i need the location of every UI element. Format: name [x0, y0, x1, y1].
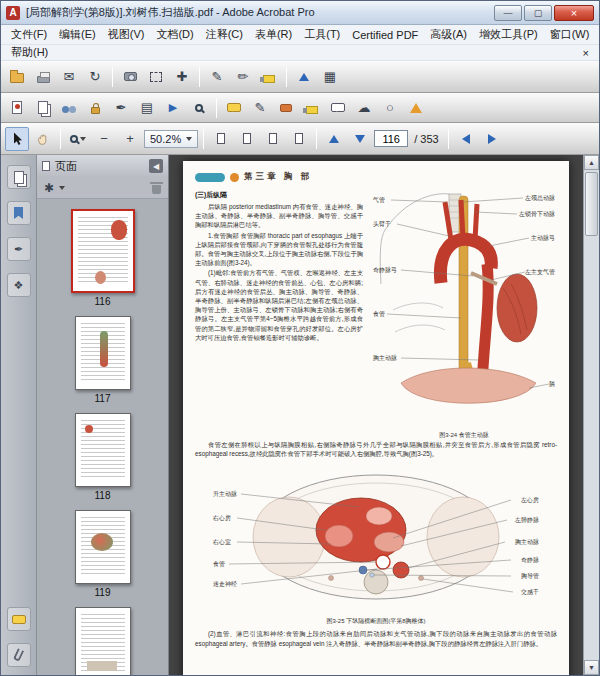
bookmarks-panel-button[interactable]: [7, 201, 31, 225]
menu-window[interactable]: 窗口(W): [544, 26, 596, 43]
thumbnail-item-120[interactable]: 120: [75, 607, 131, 675]
pan-button[interactable]: ✚: [170, 65, 194, 89]
export-button[interactable]: ↻: [83, 65, 107, 89]
cloud-markup-button[interactable]: ☁: [352, 96, 376, 120]
page-thumbnail[interactable]: [75, 607, 131, 675]
menu-comments[interactable]: 注释(C): [200, 26, 249, 43]
continuous-page-icon: [243, 133, 251, 144]
trash-icon[interactable]: [152, 185, 161, 194]
page-thumbnail[interactable]: [75, 413, 131, 487]
sign-button[interactable]: ✒: [109, 96, 133, 120]
signatures-panel-button[interactable]: ✒: [7, 237, 31, 261]
marquee-select-button[interactable]: [144, 65, 168, 89]
comments-panel-button[interactable]: [7, 607, 31, 631]
collapse-panel-button[interactable]: ◀: [149, 159, 163, 173]
secure-button[interactable]: [83, 96, 107, 120]
close-button[interactable]: ×: [554, 5, 594, 21]
arrow-up-button[interactable]: [292, 65, 316, 89]
menu-file[interactable]: 文件(F): [5, 26, 53, 43]
next-view-button[interactable]: [480, 127, 504, 151]
combine-files-icon: [38, 101, 48, 114]
select-tool-button[interactable]: [5, 127, 29, 151]
highlighter-tool-button[interactable]: [257, 65, 281, 89]
zoom-out-button[interactable]: −: [92, 127, 116, 151]
menu-plugins[interactable]: 增效工具(P): [473, 26, 544, 43]
warning-button[interactable]: [404, 96, 428, 120]
single-page-view-button[interactable]: [209, 127, 233, 151]
previous-page-button[interactable]: [322, 127, 346, 151]
thumbnail-item-118[interactable]: 118: [75, 413, 131, 510]
multimedia-button[interactable]: ▶: [161, 96, 185, 120]
shapes-button[interactable]: ○: [378, 96, 402, 120]
grid-view-button[interactable]: ▦: [318, 65, 342, 89]
previous-view-button[interactable]: [454, 127, 478, 151]
reading-mode-button[interactable]: [287, 127, 311, 151]
create-pdf-button[interactable]: [5, 96, 29, 120]
snapshot-button[interactable]: [118, 65, 142, 89]
maximize-button[interactable]: ▢: [524, 5, 552, 21]
thumbnail-list[interactable]: 116 117 118: [37, 199, 168, 675]
title-bar[interactable]: A [局部解剖学(第8版)].刘树伟.扫描版.pdf - Adobe Acrob…: [1, 1, 599, 25]
cursor-icon: [12, 132, 22, 145]
callout-button[interactable]: [326, 96, 350, 120]
continuous-view-button[interactable]: [235, 127, 259, 151]
zoom-marquee-button[interactable]: [66, 127, 90, 151]
pen-tool-button[interactable]: ✎: [205, 65, 229, 89]
vertical-scrollbar[interactable]: ▲ ▼: [583, 155, 599, 675]
zoom-in-button[interactable]: +: [118, 127, 142, 151]
options-gear-icon[interactable]: ✱: [44, 182, 54, 194]
menu-forms[interactable]: 表单(R): [249, 26, 298, 43]
stamp-button[interactable]: [274, 96, 298, 120]
next-page-button[interactable]: [348, 127, 372, 151]
minimize-button[interactable]: —: [494, 5, 522, 21]
warning-triangle-icon: [410, 103, 422, 113]
document-view[interactable]: 第三章 胸 部 (三)后纵隔 后纵隔 posterior mediastinum…: [169, 155, 583, 675]
combine-button[interactable]: [31, 96, 55, 120]
page-number-input[interactable]: [374, 130, 408, 147]
two-up-view-button[interactable]: [261, 127, 285, 151]
lock-icon: [91, 107, 100, 114]
multimedia-icon: ▶: [169, 102, 177, 113]
menu-help[interactable]: 帮助(H): [5, 44, 54, 61]
highlight-text-button[interactable]: [300, 96, 324, 120]
page-thumbnail[interactable]: [75, 316, 131, 390]
print-button[interactable]: [31, 65, 55, 89]
search-button[interactable]: [187, 96, 211, 120]
thumbnail-item-117[interactable]: 117: [75, 316, 131, 413]
menu-edit[interactable]: 编辑(E): [53, 26, 102, 43]
figure-label: 气管: [372, 196, 385, 204]
page-icon: [42, 161, 50, 171]
menu-view[interactable]: 视图(V): [102, 26, 151, 43]
chapter-header: 第三章 胸 部: [195, 171, 557, 183]
page-thumbnail[interactable]: [75, 510, 131, 584]
zoom-in-icon: +: [126, 132, 134, 145]
zoom-level-dropdown[interactable]: 50.2%: [144, 130, 198, 148]
body-paragraph: 后纵隔 posterior mediastinum 内有食管、迷走神经、胸主动脉…: [195, 202, 363, 230]
collaborate-button[interactable]: [57, 96, 81, 120]
hand-tool-button[interactable]: [31, 127, 55, 151]
thumbnail-item-116[interactable]: 116: [71, 209, 135, 316]
highlight-icon: [306, 106, 318, 114]
pencil-tool-button[interactable]: ✏: [231, 65, 255, 89]
text-edits-button[interactable]: ✎: [248, 96, 272, 120]
scrollbar-thumb[interactable]: [585, 172, 598, 236]
menubar-close-icon[interactable]: ×: [577, 47, 595, 59]
menu-tools[interactable]: 工具(T): [298, 26, 346, 43]
menu-advanced[interactable]: 高级(A): [424, 26, 473, 43]
menu-document[interactable]: 文档(D): [150, 26, 199, 43]
forms-button[interactable]: ▤: [135, 96, 159, 120]
layers-panel-button[interactable]: ❖: [7, 273, 31, 297]
scroll-up-button[interactable]: ▲: [584, 155, 599, 170]
pages-panel-button[interactable]: [7, 165, 31, 189]
zoom-out-icon: −: [100, 132, 108, 145]
attachments-panel-button[interactable]: [7, 643, 31, 667]
sticky-note-button[interactable]: [222, 96, 246, 120]
email-button[interactable]: ✉: [57, 65, 81, 89]
figure-label: 右心房: [212, 514, 231, 522]
page-thumbnail[interactable]: [71, 209, 135, 293]
thumbnail-item-119[interactable]: 119: [75, 510, 131, 607]
open-button[interactable]: [5, 65, 29, 89]
scroll-down-button[interactable]: ▼: [584, 660, 599, 675]
menu-certified-pdf[interactable]: Certified PDF: [346, 28, 424, 42]
next-view-icon: [488, 134, 496, 144]
